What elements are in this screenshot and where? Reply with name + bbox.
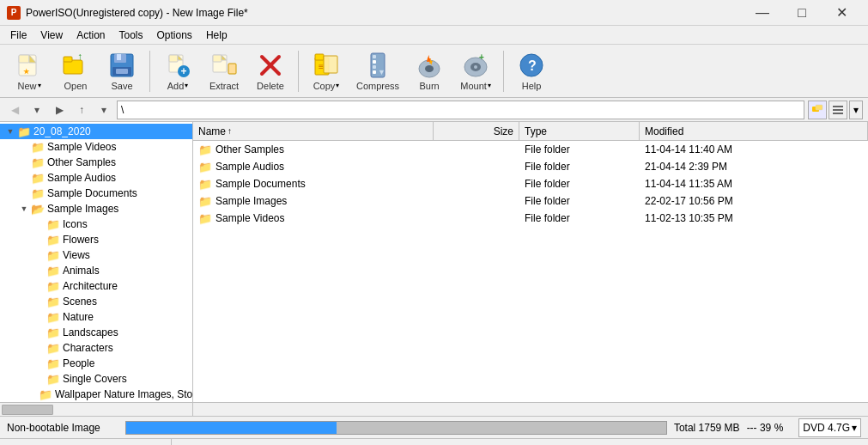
folder-icon-row-2: 📁 (198, 178, 212, 191)
svg-text:↑: ↑ (77, 52, 82, 63)
menu-options[interactable]: Options (150, 27, 199, 43)
tree-item-sample-documents[interactable]: ▶ 📁 Sample Documents (0, 186, 192, 201)
extract-button[interactable]: → Extract (202, 48, 246, 94)
image-type-label: Non-bootable Image (7, 422, 110, 434)
add-button[interactable]: + Add ▾ (155, 48, 200, 94)
tree-item-sample-videos[interactable]: ▶ 📁 Sample Videos (0, 139, 192, 155)
tree-label-architecture: Architecture (63, 280, 118, 292)
tree-item-flowers[interactable]: ▶ 📁 Flowers (0, 232, 192, 247)
tree-label-sample-audios: Sample Audios (47, 172, 116, 184)
tree-hscroll[interactable] (0, 403, 193, 416)
menu-tools[interactable]: Tools (112, 27, 150, 43)
tree-item-scenes[interactable]: ▶ 📁 Scenes (0, 294, 192, 309)
compress-button[interactable]: ▼ Compress (350, 48, 405, 94)
help-button[interactable]: ? Help (509, 48, 554, 94)
save-label: Save (111, 81, 132, 91)
minimize-button[interactable]: — (743, 0, 782, 26)
folder-icon-sample-images: 📂 (31, 203, 45, 216)
new-arrow: ▾ (38, 82, 41, 89)
svg-text:★: ★ (23, 68, 30, 76)
close-button[interactable]: ✕ (822, 0, 861, 26)
compress-icon: ▼ (364, 52, 392, 79)
tree-item-other-samples[interactable]: ▶ 📁 Other Samples (0, 155, 192, 170)
back-button[interactable]: ◀ (5, 101, 24, 119)
col-header-type[interactable]: Type (519, 122, 640, 140)
svg-rect-5 (64, 57, 72, 62)
forward-button[interactable]: ▶ (50, 101, 69, 119)
tree-label-sample-images: Sample Images (47, 203, 118, 215)
cell-name-3: 📁 Sample Images (193, 192, 434, 210)
cell-type-2: File folder (519, 175, 640, 192)
tree-item-sample-images[interactable]: ▼ 📂 Sample Images (0, 201, 192, 216)
tree-item-wallpaper[interactable]: ▶ 📁 Wallpaper Nature Images, Stock (0, 387, 192, 402)
menu-help[interactable]: Help (199, 27, 234, 43)
folder-icon-landscapes: 📁 (46, 326, 60, 339)
tree-item-landscapes[interactable]: ▶ 📁 Landscapes (0, 325, 192, 340)
tree-item-nature[interactable]: ▶ 📁 Nature (0, 309, 192, 325)
svg-rect-1 (19, 55, 29, 63)
tree-item-architecture[interactable]: ▶ 📁 Architecture (0, 278, 192, 294)
toolbar-sep-2 (298, 51, 299, 92)
tree-item-single-covers[interactable]: ▶ 📁 Single Covers (0, 371, 192, 387)
menu-file[interactable]: File (3, 27, 33, 43)
delete-button[interactable]: Delete (248, 48, 293, 94)
folder-icon-nature: 📁 (46, 311, 60, 324)
tree-expand-root[interactable]: ▼ (3, 125, 17, 138)
table-row[interactable]: 📁 Sample Audios File folder 21-04-14 2:3… (193, 158, 868, 175)
progress-bar-container (125, 421, 667, 435)
menu-view[interactable]: View (33, 27, 70, 43)
tree-item-sample-audios[interactable]: ▶ 📁 Sample Audios (0, 170, 192, 186)
copy-icon: ≡ (313, 52, 340, 79)
tree-expand-sample-images[interactable]: ▼ (17, 202, 31, 216)
list-view-button[interactable] (829, 101, 847, 119)
svg-rect-45 (833, 109, 843, 111)
dropdown-arrow-button[interactable]: ▾ (27, 101, 46, 119)
tree-item-icons[interactable]: ▶ 📁 Icons (0, 216, 192, 232)
save-icon (108, 52, 136, 79)
col-header-size[interactable]: Size (434, 122, 519, 140)
dvd-selector[interactable]: DVD 4.7G ▾ (798, 418, 861, 437)
tree-item-animals[interactable]: ▶ 📁 Animals (0, 263, 192, 278)
table-row[interactable]: 📁 Sample Images File folder 22-02-17 10:… (193, 192, 868, 210)
toolbar: ★ New ▾ ↑ Open Save (0, 45, 868, 98)
table-row[interactable]: 📁 Sample Documents File folder 11-04-14 … (193, 175, 868, 192)
tree-item-characters[interactable]: ▶ 📁 Characters (0, 340, 192, 356)
mount-label: Mount (460, 81, 487, 91)
table-row[interactable]: 📁 Other Samples File folder 11-04-14 11:… (193, 141, 868, 158)
folder-view-button[interactable] (808, 101, 827, 119)
tree-item-root[interactable]: ▼ 📁 20_08_2020 (0, 124, 192, 139)
col-header-name[interactable]: Name ↑ (193, 122, 434, 140)
history-button[interactable]: ▾ (94, 101, 113, 119)
menu-action[interactable]: Action (70, 27, 112, 43)
mount-button[interactable]: + Mount ▾ (453, 48, 498, 94)
folder-icon-sample-audios: 📁 (31, 172, 45, 185)
maximize-button[interactable]: □ (782, 0, 822, 26)
tree-item-views[interactable]: ▶ 📁 Views (0, 247, 192, 263)
new-button[interactable]: ★ New ▾ (7, 48, 52, 94)
tree-hscroll-thumb[interactable] (2, 405, 53, 415)
table-row[interactable]: 📁 Sample Videos File folder 11-02-13 10:… (193, 210, 868, 227)
svg-rect-32 (373, 70, 376, 74)
address-input[interactable] (117, 101, 804, 119)
save-button[interactable]: Save (100, 48, 144, 94)
col-header-modified[interactable]: Modified (640, 122, 868, 140)
menubar: File View Action Tools Options Help (0, 26, 868, 45)
folder-icon-wallpaper: 📁 (39, 388, 52, 401)
folder-icon-row-4: 📁 (198, 212, 212, 225)
up-button[interactable]: ↑ (72, 101, 91, 119)
svg-rect-18 (213, 55, 222, 62)
cell-type-4: File folder (519, 210, 640, 227)
open-button[interactable]: ↑ Open (53, 48, 98, 94)
svg-rect-46 (833, 113, 843, 114)
folder-icon-flowers: 📁 (46, 234, 60, 247)
copy-button[interactable]: ≡ Copy ▾ (304, 48, 349, 94)
view-dropdown-button[interactable]: ▾ (849, 101, 863, 119)
svg-rect-30 (373, 60, 376, 64)
tree-item-people[interactable]: ▶ 📁 People (0, 356, 192, 371)
delete-label: Delete (257, 81, 284, 91)
cell-modified-4: 11-02-13 10:35 PM (640, 210, 868, 227)
cell-type-0: File folder (519, 141, 640, 158)
copy-label: Copy (313, 81, 336, 91)
file-list: Name ↑ Size Type Modified 📁 Other Sample… (193, 122, 868, 402)
burn-button[interactable]: Burn (407, 48, 452, 94)
